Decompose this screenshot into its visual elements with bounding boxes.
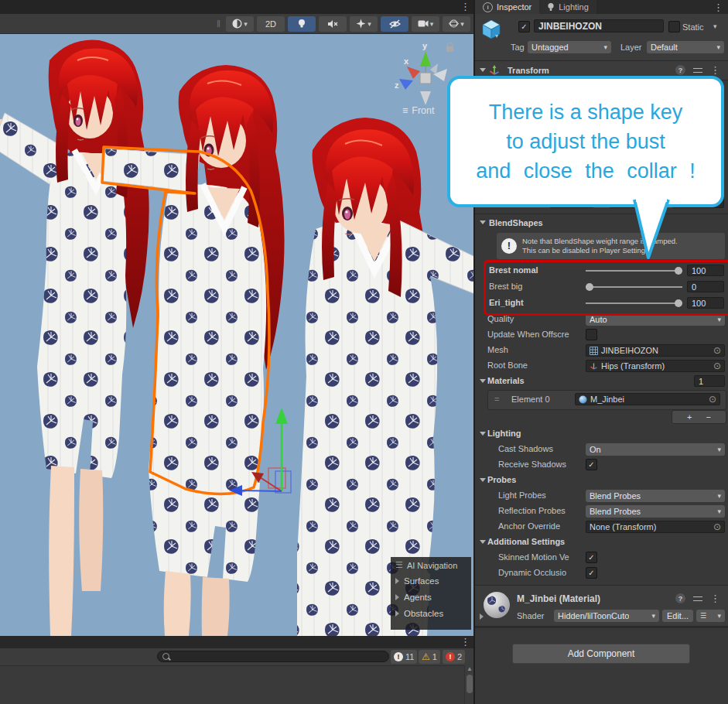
nav-obstacles-foldout[interactable]: Obstacles: [395, 605, 467, 621]
blendshape-slider[interactable]: [586, 299, 682, 308]
probes-foldout[interactable]: Probes: [475, 473, 728, 487]
static-checkbox[interactable]: [668, 21, 680, 32]
gameobject-name-field[interactable]: JINBEIHOZON: [534, 19, 664, 32]
root-bone-object-field[interactable]: Hips (Transform) ⊙: [586, 360, 725, 372]
audio-mute-toggle[interactable]: [319, 16, 347, 32]
shader-label: Shader: [517, 611, 544, 620]
additional-settings-foldout[interactable]: Additional Settings: [475, 535, 728, 549]
tab-inspector[interactable]: i Inspector: [475, 0, 539, 14]
shader-dropdown[interactable]: Hidden/lilToonCuto▾: [554, 610, 659, 622]
static-caret-icon[interactable]: ▾: [713, 22, 717, 30]
component-title: Transform: [508, 66, 549, 75]
info-icon: i: [483, 2, 493, 12]
tab-lighting[interactable]: Lighting: [539, 0, 596, 14]
material-menu-kebab-icon[interactable]: ⋮: [710, 593, 720, 603]
active-checkbox[interactable]: ✓: [518, 21, 530, 32]
material-list-button[interactable]: ☰▾: [696, 610, 725, 622]
toolbar-drag-handle[interactable]: ‖: [217, 19, 221, 29]
nav-agents-foldout[interactable]: Agents: [395, 589, 467, 605]
bubble-line: and close the collar !: [476, 157, 696, 186]
gizmo-z-axis[interactable]: [241, 490, 282, 491]
cast-shadows-dropdown[interactable]: On▾: [586, 443, 725, 456]
help-icon[interactable]: ?: [675, 65, 685, 75]
gizmos-button[interactable]: ▾: [443, 16, 470, 32]
console-error-toggle[interactable]: ! 2: [443, 650, 465, 664]
blendshapes-title: BlendShapes: [489, 218, 543, 227]
inspector-tabbar: i Inspector Lighting ⋮: [475, 0, 728, 14]
gizmo-y-cone[interactable]: [420, 51, 431, 67]
gizmo-z-cone[interactable]: [399, 79, 413, 90]
console-menu-kebab-icon[interactable]: ⋮: [460, 637, 470, 647]
anchor-override-field[interactable]: None (Transform) ⊙: [586, 521, 725, 533]
shader-edit-button[interactable]: Edit...: [662, 610, 693, 622]
reflection-probes-value: Blend Probes: [590, 507, 641, 516]
console-search-input[interactable]: [157, 651, 389, 662]
foldout-arrow-icon[interactable]: [480, 68, 486, 72]
draw-mode-button[interactable]: ▾: [226, 16, 254, 32]
dynamic-occlusion-checkbox[interactable]: ✓: [586, 567, 597, 579]
blendshapes-foldout[interactable]: BlendShapes: [475, 215, 728, 231]
view-label[interactable]: ≡ Front: [402, 105, 434, 116]
nav-surfaces-foldout[interactable]: Surfaces: [395, 572, 467, 589]
scene-viewport[interactable]: y x z ≡ Front ☰ AI Navigation Surfaces A…: [0, 34, 473, 636]
reflection-probes-dropdown[interactable]: Blend Probes▾: [586, 505, 725, 518]
gameobject-name: JINBEIHOZON: [538, 21, 602, 32]
preview-foldout-arrow-icon[interactable]: [480, 613, 484, 620]
scrollbar-thumb[interactable]: [467, 675, 473, 693]
console-warning-toggle[interactable]: ⚠ 1: [419, 650, 440, 664]
foldout-arrow-icon: [480, 220, 486, 224]
add-component-button[interactable]: Add Component: [512, 644, 690, 664]
2d-toggle-button[interactable]: 2D: [257, 16, 285, 32]
material-sphere-icon: [579, 395, 587, 404]
object-picker-icon[interactable]: ⊙: [713, 361, 721, 371]
effects-button[interactable]: ▾: [350, 16, 378, 32]
scene-visibility-toggle[interactable]: [381, 16, 408, 32]
icon-caret-icon[interactable]: ▾: [495, 32, 498, 39]
blendshape-slider[interactable]: [586, 282, 682, 292]
scene-canvas: [0, 34, 473, 636]
remove-material-button[interactable]: −: [706, 412, 711, 422]
presets-icon[interactable]: [693, 595, 702, 603]
object-picker-icon[interactable]: ⊙: [713, 346, 721, 355]
materials-foldout[interactable]: Materials 1: [475, 374, 728, 388]
quality-dropdown[interactable]: Auto▾: [586, 313, 725, 326]
blendshape-value-field[interactable]: 0: [687, 281, 724, 292]
mesh-object-field[interactable]: JINBEIHOZON ⊙: [586, 344, 725, 357]
anchor-override-value: None (Transform): [590, 522, 656, 531]
lighting-foldout[interactable]: Lighting: [475, 427, 728, 441]
materials-count-field[interactable]: 1: [694, 375, 725, 387]
skinned-motion-vectors-checkbox[interactable]: ✓: [586, 552, 597, 563]
help-icon[interactable]: ?: [675, 593, 685, 603]
blendshape-value-field[interactable]: 100: [687, 265, 724, 276]
console-info-toggle[interactable]: ! 11: [391, 650, 417, 664]
console-panel: ⋮ ! 11 ⚠ 1 ! 2 ▲: [0, 636, 473, 704]
ai-navigation-overlay[interactable]: ☰ AI Navigation Surfaces Agents Obstacle…: [391, 557, 471, 630]
gizmo-x-cone[interactable]: [407, 67, 420, 79]
material-header[interactable]: M_Jinbei (Material) ? ⋮ Shader Hidden/li…: [475, 585, 728, 627]
scene-menu-kebab-icon[interactable]: ⋮: [460, 2, 470, 12]
camera-settings-button[interactable]: ▾: [412, 16, 439, 32]
slider-knob[interactable]: [675, 299, 682, 307]
update-when-offscreen-checkbox[interactable]: [586, 329, 597, 340]
caret-icon: ▾: [460, 20, 464, 28]
light-probes-dropdown[interactable]: Blend Probes▾: [586, 490, 725, 502]
presets-icon[interactable]: [693, 67, 702, 74]
drag-handle-icon[interactable]: =: [494, 395, 499, 404]
add-material-button[interactable]: +: [687, 412, 692, 422]
object-picker-icon[interactable]: ⊙: [709, 395, 716, 404]
blendshape-value-field[interactable]: 100: [687, 297, 724, 309]
object-picker-icon[interactable]: ⊙: [713, 522, 721, 531]
overlay-drag-handle-icon[interactable]: ☰: [395, 560, 403, 570]
caret-icon: ▾: [717, 492, 721, 500]
slider-knob[interactable]: [586, 283, 593, 291]
scene-lighting-toggle[interactable]: [288, 16, 316, 32]
receive-shadows-checkbox[interactable]: ✓: [586, 459, 597, 470]
view-lock-icon[interactable]: [446, 46, 453, 52]
console-log-list[interactable]: [0, 665, 473, 704]
layer-dropdown[interactable]: Default▾: [647, 41, 724, 53]
foldout-arrow-icon: [480, 432, 486, 436]
inspector-menu-kebab-icon[interactable]: ⋮: [713, 2, 723, 12]
tag-dropdown[interactable]: Untagged▾: [528, 41, 611, 53]
component-menu-kebab-icon[interactable]: ⋮: [710, 65, 720, 75]
element0-material-field[interactable]: M_Jinbei ⊙: [575, 393, 720, 405]
